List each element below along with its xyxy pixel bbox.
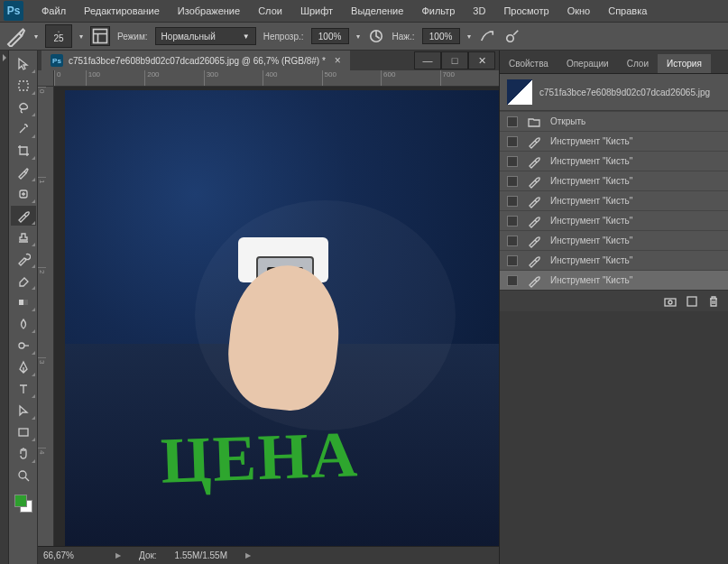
tool-hand[interactable] bbox=[11, 444, 36, 464]
tools-panel bbox=[9, 51, 38, 564]
document-tab[interactable]: Ps c751fa3bce7e608b9d02c07dcad26065.jpg … bbox=[41, 51, 350, 70]
tool-shape[interactable] bbox=[11, 422, 36, 442]
history-source-checkbox[interactable] bbox=[507, 196, 518, 207]
tool-path-select[interactable] bbox=[11, 401, 36, 421]
history-step[interactable]: Открыть bbox=[500, 111, 728, 131]
tab-history[interactable]: История bbox=[658, 54, 711, 73]
doc-info-value: 1.55M/1.55M bbox=[175, 550, 227, 560]
history-snapshot[interactable]: c751fa3bce7e608b9d02c07dcad26065.jpg bbox=[500, 74, 728, 111]
flow-input[interactable]: 100% bbox=[422, 28, 460, 44]
history-source-checkbox[interactable] bbox=[507, 275, 518, 286]
close-button[interactable]: ✕ bbox=[468, 51, 495, 69]
history-source-checkbox[interactable] bbox=[507, 136, 518, 147]
history-snapshot-icon[interactable] bbox=[663, 294, 677, 309]
tool-wand[interactable] bbox=[11, 119, 36, 139]
history-step-label: Инструмент "Кисть" bbox=[550, 236, 632, 245]
pressure-opacity-icon[interactable] bbox=[367, 27, 385, 45]
history-delete-icon[interactable] bbox=[706, 294, 721, 309]
mode-value: Нормальный bbox=[161, 32, 216, 42]
menu-bar: Ps Файл Редактирование Изображение Слои … bbox=[0, 0, 728, 22]
tool-brush[interactable] bbox=[11, 206, 36, 226]
history-step[interactable]: Инструмент "Кисть" bbox=[500, 151, 728, 171]
menu-3d[interactable]: 3D bbox=[464, 2, 494, 20]
tool-marquee[interactable] bbox=[11, 76, 36, 96]
brush-panel-toggle-icon[interactable] bbox=[90, 26, 110, 46]
options-bar: ▾ • 25 ▾ Режим: Нормальный ▼ Непрозр.: 1… bbox=[0, 22, 728, 51]
history-step[interactable]: Инструмент "Кисть" bbox=[500, 190, 728, 210]
close-tab-icon[interactable]: × bbox=[335, 54, 341, 67]
tool-gradient[interactable] bbox=[11, 292, 36, 312]
history-step[interactable]: Инструмент "Кисть" bbox=[500, 250, 728, 270]
brush-size-picker[interactable]: • 25 bbox=[45, 24, 72, 48]
foreground-color-swatch[interactable] bbox=[14, 495, 27, 507]
tool-preset-icon[interactable] bbox=[5, 25, 27, 47]
history-new-icon[interactable] bbox=[685, 294, 699, 309]
history-source-checkbox[interactable] bbox=[507, 255, 518, 266]
ruler-tick: 600 bbox=[381, 70, 439, 86]
history-source-checkbox[interactable] bbox=[507, 156, 518, 167]
brush-icon bbox=[527, 234, 541, 248]
tab-properties[interactable]: Свойства bbox=[500, 54, 558, 73]
tab-layers[interactable]: Слои bbox=[618, 54, 658, 73]
statusbar-arrow-icon[interactable]: ▶ bbox=[245, 551, 251, 559]
tool-dodge[interactable] bbox=[11, 336, 36, 356]
tool-pen[interactable] bbox=[11, 357, 36, 377]
menu-window[interactable]: Окно bbox=[558, 2, 600, 20]
history-step-label: Открыть bbox=[550, 116, 585, 126]
ruler-horizontal[interactable]: 0 100 200 300 400 500 600 700 bbox=[54, 70, 499, 87]
history-step[interactable]: Инструмент "Кисть" bbox=[500, 210, 728, 230]
ruler-tick: 500 bbox=[322, 70, 381, 86]
history-step-label: Инструмент "Кисть" bbox=[550, 176, 632, 186]
tool-blur[interactable] bbox=[11, 314, 36, 334]
tool-zoom[interactable] bbox=[11, 466, 36, 485]
ruler-tick: 200 bbox=[144, 70, 203, 86]
minimize-button[interactable]: — bbox=[414, 51, 441, 69]
pressure-size-icon[interactable] bbox=[503, 27, 521, 45]
mode-select[interactable]: Нормальный ▼ bbox=[155, 27, 256, 45]
history-step[interactable]: Инструмент "Кисть" bbox=[500, 270, 728, 290]
ruler-vertical[interactable]: 0 1 2 3 4 bbox=[38, 87, 54, 564]
history-source-checkbox[interactable] bbox=[507, 216, 518, 227]
flow-arrow[interactable]: ▾ bbox=[467, 32, 471, 41]
app-logo: Ps bbox=[4, 1, 23, 21]
color-swatches[interactable] bbox=[9, 493, 37, 520]
menu-layers[interactable]: Слои bbox=[249, 2, 291, 20]
menu-view[interactable]: Просмотр bbox=[494, 2, 558, 20]
menu-filter[interactable]: Фильтр bbox=[412, 2, 464, 20]
tool-move[interactable] bbox=[11, 54, 36, 74]
brush-size-arrow[interactable]: ▾ bbox=[79, 32, 83, 41]
tool-preset-arrow[interactable]: ▾ bbox=[34, 32, 38, 41]
history-source-checkbox[interactable] bbox=[507, 236, 518, 246]
tool-history-brush[interactable] bbox=[11, 249, 36, 269]
statusbar-play-icon[interactable]: ▶ bbox=[115, 551, 121, 559]
menu-file[interactable]: Файл bbox=[32, 2, 75, 20]
menu-type[interactable]: Шрифт bbox=[291, 2, 342, 20]
menu-help[interactable]: Справка bbox=[599, 2, 656, 20]
history-source-checkbox[interactable] bbox=[507, 116, 518, 127]
painted-text: ЦЕНА bbox=[159, 417, 360, 499]
tab-actions[interactable]: Операции bbox=[558, 54, 618, 73]
tool-eyedropper[interactable] bbox=[11, 162, 36, 182]
tool-eraser[interactable] bbox=[11, 271, 36, 291]
menu-image[interactable]: Изображение bbox=[169, 2, 249, 20]
history-step[interactable]: Инструмент "Кисть" bbox=[500, 230, 728, 250]
menu-select[interactable]: Выделение bbox=[342, 2, 412, 20]
doc-info-label: Док: bbox=[139, 550, 157, 560]
panel-collapse-strip[interactable] bbox=[0, 51, 9, 564]
tool-healing[interactable] bbox=[11, 184, 36, 204]
tool-crop[interactable] bbox=[11, 141, 36, 161]
tool-type[interactable] bbox=[11, 379, 36, 399]
canvas[interactable]: ЦЕНА bbox=[65, 90, 499, 546]
tool-lasso[interactable] bbox=[11, 97, 36, 117]
history-step[interactable]: Инструмент "Кисть" bbox=[500, 171, 728, 190]
history-source-checkbox[interactable] bbox=[507, 176, 518, 187]
zoom-value[interactable]: 66,67% bbox=[43, 550, 97, 560]
history-step[interactable]: Инструмент "Кисть" bbox=[500, 131, 728, 151]
tool-stamp[interactable] bbox=[11, 227, 36, 247]
maximize-button[interactable]: □ bbox=[441, 51, 468, 69]
menu-edit[interactable]: Редактирование bbox=[75, 2, 169, 20]
opacity-arrow[interactable]: ▾ bbox=[356, 32, 360, 41]
canvas-viewport[interactable]: ЦЕНА bbox=[54, 87, 499, 546]
opacity-input[interactable]: 100% bbox=[311, 28, 349, 44]
airbrush-icon[interactable] bbox=[478, 27, 496, 45]
